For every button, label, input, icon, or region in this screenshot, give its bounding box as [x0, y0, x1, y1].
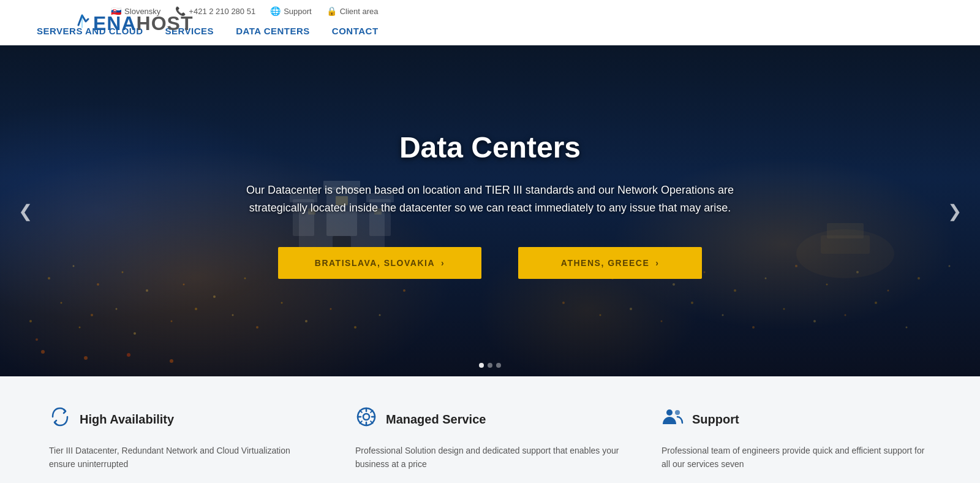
svg-point-50	[906, 327, 908, 329]
svg-point-39	[562, 302, 565, 304]
support-title: Support	[692, 413, 739, 427]
svg-point-18	[256, 326, 258, 329]
svg-point-15	[171, 321, 173, 322]
svg-point-20	[305, 320, 307, 322]
hero-section: ❮ ❯ Data Centers Our Datacenter is chose…	[0, 45, 980, 376]
svg-point-42	[661, 321, 663, 322]
svg-rect-53	[827, 223, 864, 238]
svg-point-14	[134, 332, 136, 335]
svg-point-55	[84, 356, 88, 360]
high-availability-icon	[49, 406, 71, 433]
dot-2[interactable]	[488, 363, 492, 368]
high-availability-title: High Availability	[80, 413, 174, 427]
svg-point-56	[127, 353, 130, 357]
svg-point-54	[41, 350, 45, 354]
svg-point-47	[813, 320, 816, 322]
svg-point-37	[918, 277, 920, 280]
support-link[interactable]: 🌐 Support	[270, 6, 312, 16]
svg-point-13	[79, 327, 81, 329]
carousel-dots	[479, 363, 501, 368]
managed-service-title: Managed Service	[386, 413, 486, 427]
svg-point-40	[600, 314, 601, 316]
svg-point-46	[783, 308, 785, 310]
athens-chevron: ›	[655, 258, 659, 268]
hero-title: Data Centers	[221, 131, 760, 164]
logo-text: ENAHOST	[93, 12, 193, 35]
feature-support: Support Professional team of engineers p…	[662, 406, 931, 471]
features-section: High Availability Tier III Datacenter, R…	[0, 376, 980, 483]
svg-point-44	[722, 314, 724, 316]
svg-point-16	[195, 308, 197, 310]
svg-point-49	[875, 302, 877, 304]
carousel-prev-button[interactable]: ❮	[12, 195, 39, 227]
svg-point-4	[146, 289, 148, 292]
svg-point-36	[888, 290, 889, 292]
nav-contact[interactable]: CONTACT	[332, 26, 379, 36]
phone-number: +421 2 210 280 51	[189, 7, 255, 16]
managed-service-text: Professional Solution design and dedicat…	[355, 444, 625, 471]
bratislava-btn[interactable]: BRATISLAVA, SLOVAKIA ›	[278, 247, 481, 279]
bratislava-chevron: ›	[441, 258, 445, 268]
dot-1[interactable]	[479, 363, 484, 368]
svg-point-41	[630, 308, 632, 310]
svg-point-0	[48, 277, 50, 280]
svg-point-7	[116, 308, 118, 310]
client-area-label: Client area	[340, 7, 379, 16]
support-label: Support	[284, 7, 312, 16]
dot-3[interactable]	[496, 363, 501, 368]
support-icon	[662, 406, 684, 433]
svg-point-19	[281, 302, 283, 304]
svg-point-48	[845, 314, 846, 316]
svg-point-45	[752, 326, 755, 329]
athens-label: ATHENS, GREECE	[561, 258, 649, 268]
logo[interactable]: ENAHOST	[74, 12, 193, 35]
svg-point-21	[330, 308, 332, 310]
high-availability-text: Tier III Datacenter, Redundant Network a…	[49, 444, 318, 471]
svg-point-10	[213, 295, 216, 298]
svg-point-12	[36, 338, 38, 341]
svg-point-22	[354, 326, 356, 329]
managed-service-icon	[355, 406, 377, 433]
hero-description: Our Datacenter is chosen based on locati…	[221, 181, 760, 217]
svg-point-72	[675, 410, 680, 415]
feature-support-header: Support	[662, 406, 931, 433]
feature-managed-service-header: Managed Service	[355, 406, 625, 433]
svg-point-1	[73, 265, 75, 267]
athens-btn[interactable]: ATHENS, GREECE ›	[518, 247, 702, 279]
nav-data-centers[interactable]: DATA CENTERS	[236, 26, 310, 36]
lock-icon: 🔒	[326, 6, 337, 16]
svg-point-70	[363, 414, 369, 420]
svg-point-57	[170, 359, 173, 363]
feature-high-availability: High Availability Tier III Datacenter, R…	[49, 406, 318, 471]
svg-point-8	[29, 320, 32, 322]
feature-high-availability-header: High Availability	[49, 406, 318, 433]
logo-icon	[74, 13, 91, 34]
feature-managed-service: Managed Service Professional Solution de…	[355, 406, 625, 471]
svg-point-17	[232, 314, 234, 316]
svg-point-2	[97, 283, 99, 286]
hero-buttons: BRATISLAVA, SLOVAKIA › ATHENS, GREECE ›	[221, 247, 760, 279]
support-text: Professional team of engineers provide q…	[662, 444, 931, 471]
svg-point-38	[949, 265, 951, 267]
hero-content: Data Centers Our Datacenter is chosen ba…	[184, 131, 796, 292]
svg-point-3	[122, 272, 124, 273]
svg-point-43	[691, 302, 693, 304]
svg-point-34	[826, 284, 828, 286]
svg-point-23	[379, 314, 381, 316]
bratislava-label: BRATISLAVA, SLOVAKIA	[315, 258, 435, 268]
carousel-next-button[interactable]: ❯	[941, 195, 968, 227]
svg-point-5	[61, 302, 62, 304]
svg-point-71	[666, 409, 673, 416]
globe-icon: 🌐	[270, 6, 281, 16]
svg-point-6	[91, 314, 93, 316]
client-area-link[interactable]: 🔒 Client area	[326, 6, 379, 16]
